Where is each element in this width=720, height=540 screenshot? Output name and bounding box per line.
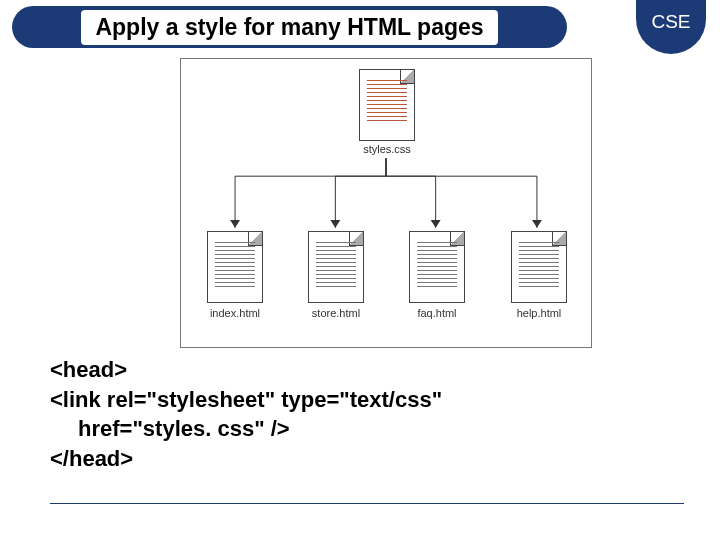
badge-text: CSE xyxy=(651,11,690,32)
code-line-1: <head> xyxy=(50,355,630,385)
diagram-container: styles.css index.html store.html xyxy=(180,58,592,348)
code-line-4: </head> xyxy=(50,444,630,474)
code-line-2: <link rel="stylesheet" type="text/css" xyxy=(50,385,630,415)
svg-marker-0 xyxy=(230,220,240,228)
file-label-faq: faq.html xyxy=(397,307,477,319)
file-icon-store xyxy=(308,231,364,303)
file-label-styles: styles.css xyxy=(347,143,427,155)
svg-marker-3 xyxy=(532,220,542,228)
footer-divider xyxy=(50,503,684,504)
file-label-index: index.html xyxy=(195,307,275,319)
course-badge: CSE xyxy=(636,0,706,54)
code-snippet: <head> <link rel="stylesheet" type="text… xyxy=(50,355,630,474)
file-icon-styles xyxy=(359,69,415,141)
svg-marker-1 xyxy=(330,220,340,228)
file-icon-faq xyxy=(409,231,465,303)
title-pill: Apply a style for many HTML pages xyxy=(12,6,567,48)
file-icon-help xyxy=(511,231,567,303)
code-line-3: href="styles. css" /> xyxy=(50,414,630,444)
file-label-help: help.html xyxy=(499,307,579,319)
slide-title: Apply a style for many HTML pages xyxy=(81,10,497,45)
file-label-store: store.html xyxy=(296,307,376,319)
file-icon-index xyxy=(207,231,263,303)
svg-marker-2 xyxy=(431,220,441,228)
